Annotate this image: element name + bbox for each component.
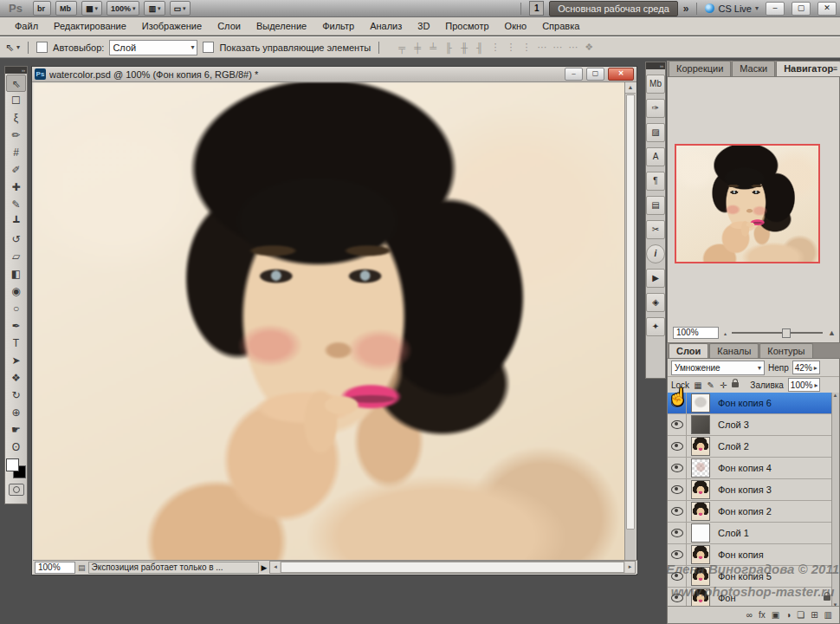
visibility-toggle[interactable] <box>668 479 687 500</box>
navigator-thumbnail[interactable] <box>675 144 820 263</box>
navigator-zoom-field[interactable]: 100% <box>673 327 719 339</box>
doc-restore-button[interactable]: ▢ <box>586 68 604 81</box>
align-button[interactable]: ⋮ <box>520 42 533 53</box>
tool-button[interactable]: ✒ <box>6 317 26 335</box>
layer-row[interactable]: Слой 2 <box>668 436 839 458</box>
layers-footer-button[interactable]: ⊞ <box>811 610 817 620</box>
scroll-up-icon[interactable]: ▲ <box>832 393 838 398</box>
align-button[interactable]: ╪ <box>411 42 423 53</box>
layers-footer-button[interactable]: ❏ <box>797 610 804 620</box>
app-bar-button[interactable]: ▦▾ <box>81 1 102 16</box>
layer-row[interactable]: Слой 1 <box>668 523 839 544</box>
panel-tab[interactable]: Коррекции <box>669 61 731 76</box>
align-button[interactable]: ⋮ <box>505 42 517 53</box>
tool-button[interactable]: ʘ <box>6 439 26 456</box>
lock-button[interactable]: ▦ <box>694 380 701 390</box>
lock-button[interactable] <box>732 382 739 387</box>
tool-button[interactable]: ✐ <box>6 161 26 179</box>
lock-button[interactable]: ✎ <box>708 380 714 390</box>
dock-panel-button[interactable]: ✂ <box>646 220 665 239</box>
spinner-icon[interactable]: ▸ <box>814 381 817 389</box>
layer-row[interactable]: Фон <box>668 588 839 608</box>
workspace-button[interactable]: Основная рабочая среда <box>549 1 678 16</box>
align-button[interactable]: ╤ <box>396 42 408 53</box>
scroll-up-icon[interactable]: ▲ <box>625 82 636 94</box>
layers-footer-button[interactable]: ∞ <box>746 610 753 620</box>
tool-button[interactable]: ➤ <box>6 352 26 369</box>
dock-panel-button[interactable]: ¶ <box>646 172 665 191</box>
canvas[interactable] <box>33 82 626 561</box>
tool-button[interactable]: ▱ <box>6 248 26 265</box>
app-bar-button[interactable]: ▥▾ <box>144 1 165 16</box>
menu-item[interactable]: Выделение <box>249 21 314 31</box>
layer-row[interactable]: Фон копия 3 <box>668 479 839 501</box>
tool-button[interactable]: ξ <box>6 109 26 127</box>
menu-item[interactable]: Слои <box>210 21 249 31</box>
layers-footer-button[interactable]: ▣ <box>772 610 779 620</box>
doc-minimize-button[interactable]: – <box>565 68 583 81</box>
menu-item[interactable]: Справка <box>534 21 587 31</box>
zoom-in-icon[interactable]: ▲ <box>828 328 836 337</box>
tool-button[interactable]: ⇖ <box>6 75 26 92</box>
layer-row[interactable]: Фон копия 4 <box>668 458 839 479</box>
align-button[interactable]: ╟ <box>443 42 455 53</box>
layer-row[interactable]: Фон копия <box>668 544 839 566</box>
workspace-more-icon[interactable]: » <box>683 3 689 15</box>
spinner-icon[interactable]: ▸ <box>814 364 817 372</box>
quick-mask-button[interactable] <box>9 484 24 496</box>
align-button[interactable]: ⋯ <box>536 42 548 53</box>
layers-footer-button[interactable]: fx <box>759 610 766 620</box>
visibility-toggle[interactable] <box>668 501 687 522</box>
horizontal-scrollbar[interactable]: ◂ ▸ <box>269 561 636 574</box>
app-bar-button[interactable]: ▭▾ <box>170 1 191 16</box>
menu-item[interactable]: Изображение <box>134 21 210 31</box>
scroll-left-icon[interactable]: ◂ <box>270 562 280 573</box>
tool-button[interactable]: ↺ <box>6 231 26 248</box>
doc-close-button[interactable]: ✕ <box>608 68 634 81</box>
layers-scrollbar[interactable]: ▲ ▼ <box>831 393 839 608</box>
panel-tab[interactable]: Маски <box>732 61 775 76</box>
visibility-toggle[interactable] <box>668 414 687 435</box>
panel-tab[interactable]: Каналы <box>709 343 759 359</box>
app-bar-button[interactable]: Mb <box>55 1 77 16</box>
visibility-toggle[interactable] <box>668 588 687 608</box>
menu-item[interactable]: Просмотр <box>437 21 496 31</box>
tool-button[interactable]: ☐ <box>6 92 26 109</box>
tool-button[interactable]: ┻ <box>6 213 26 231</box>
dock-panel-button[interactable]: i <box>646 244 665 263</box>
align-button[interactable]: ⋮ <box>489 42 501 53</box>
slider-knob[interactable] <box>782 328 791 338</box>
maximize-button[interactable]: ▢ <box>792 2 811 16</box>
tool-button[interactable]: ⊕ <box>6 404 26 421</box>
menu-item[interactable]: Анализ <box>362 21 410 31</box>
tool-button[interactable]: ❖ <box>6 369 26 387</box>
app-bar-button[interactable]: br <box>33 1 51 16</box>
menu-item[interactable]: 3D <box>410 21 437 31</box>
align-button[interactable]: ╢ <box>474 42 486 53</box>
dock-panel-button[interactable]: A <box>646 147 665 166</box>
panel-tab[interactable]: Слои <box>669 343 708 359</box>
align-button[interactable]: ❖ <box>583 42 595 53</box>
dock-panel-button[interactable]: ◈ <box>646 293 665 312</box>
tool-button[interactable]: T <box>6 335 26 352</box>
tool-button[interactable]: ✏ <box>6 127 26 144</box>
status-arrow-icon[interactable]: ▶ <box>262 563 268 572</box>
visibility-toggle[interactable] <box>668 544 687 565</box>
tool-button[interactable]: ↻ <box>6 387 26 404</box>
layers-footer-button[interactable]: ▥ <box>824 610 832 620</box>
opacity-field[interactable]: 42% ▸ <box>792 361 820 374</box>
foreground-color-swatch[interactable] <box>6 458 19 471</box>
menu-item[interactable]: Редактирование <box>46 21 134 31</box>
dock-panel-button[interactable]: Mb <box>646 75 665 94</box>
current-tool-icon[interactable]: ⇖ ▾ <box>5 42 20 54</box>
menu-item[interactable]: Окно <box>497 21 535 31</box>
app-bar-button[interactable]: 100%▾ <box>107 1 140 16</box>
layer-row[interactable]: Слой 3 <box>668 414 839 436</box>
collapse-toolbar-icon[interactable]: ›› <box>5 67 27 74</box>
panel-tab[interactable]: Навигатор <box>776 61 840 76</box>
menu-item[interactable]: Фильтр <box>314 21 362 31</box>
tool-button[interactable]: ✎ <box>6 196 26 213</box>
align-button[interactable]: ⋯ <box>552 42 564 53</box>
tool-button[interactable]: ◉ <box>6 283 26 300</box>
autoselect-checkbox[interactable] <box>36 42 48 53</box>
